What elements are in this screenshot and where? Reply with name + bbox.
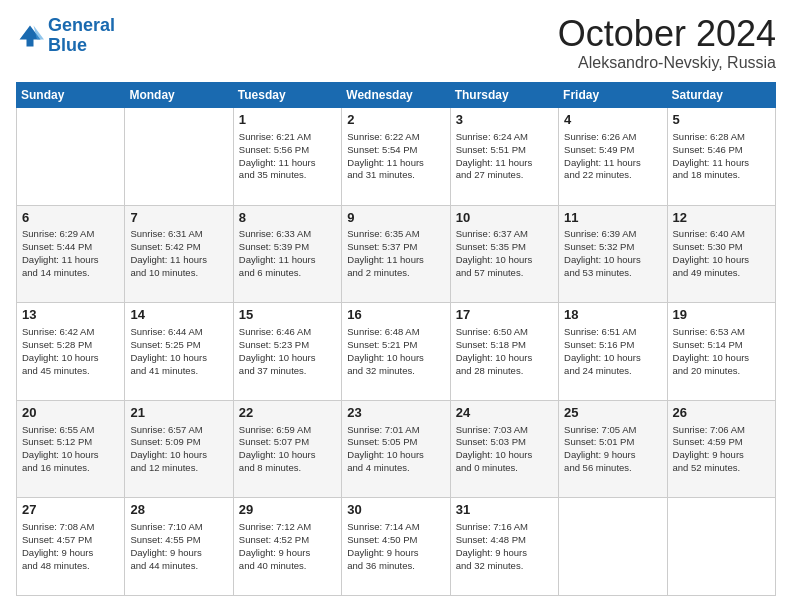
day-number: 30 [347,502,444,519]
logo-line2: Blue [48,35,87,55]
table-row: 24Sunrise: 7:03 AM Sunset: 5:03 PM Dayli… [450,400,558,498]
header-tuesday: Tuesday [233,83,341,108]
day-info: Sunrise: 6:53 AM Sunset: 5:14 PM Dayligh… [673,326,770,377]
logo-line1: General [48,15,115,35]
table-row: 25Sunrise: 7:05 AM Sunset: 5:01 PM Dayli… [559,400,667,498]
day-info: Sunrise: 6:33 AM Sunset: 5:39 PM Dayligh… [239,228,336,279]
day-info: Sunrise: 7:14 AM Sunset: 4:50 PM Dayligh… [347,521,444,572]
day-number: 27 [22,502,119,519]
header-saturday: Saturday [667,83,775,108]
day-info: Sunrise: 6:42 AM Sunset: 5:28 PM Dayligh… [22,326,119,377]
day-number: 6 [22,210,119,227]
day-info: Sunrise: 7:01 AM Sunset: 5:05 PM Dayligh… [347,424,444,475]
table-row: 3Sunrise: 6:24 AM Sunset: 5:51 PM Daylig… [450,108,558,206]
table-row: 9Sunrise: 6:35 AM Sunset: 5:37 PM Daylig… [342,205,450,303]
day-info: Sunrise: 6:26 AM Sunset: 5:49 PM Dayligh… [564,131,661,182]
table-row: 18Sunrise: 6:51 AM Sunset: 5:16 PM Dayli… [559,303,667,401]
table-row: 6Sunrise: 6:29 AM Sunset: 5:44 PM Daylig… [17,205,125,303]
day-number: 23 [347,405,444,422]
table-row: 7Sunrise: 6:31 AM Sunset: 5:42 PM Daylig… [125,205,233,303]
day-info: Sunrise: 6:57 AM Sunset: 5:09 PM Dayligh… [130,424,227,475]
day-info: Sunrise: 7:03 AM Sunset: 5:03 PM Dayligh… [456,424,553,475]
day-number: 17 [456,307,553,324]
calendar-week-row: 1Sunrise: 6:21 AM Sunset: 5:56 PM Daylig… [17,108,776,206]
day-info: Sunrise: 6:50 AM Sunset: 5:18 PM Dayligh… [456,326,553,377]
table-row: 8Sunrise: 6:33 AM Sunset: 5:39 PM Daylig… [233,205,341,303]
table-row: 1Sunrise: 6:21 AM Sunset: 5:56 PM Daylig… [233,108,341,206]
page: General Blue October 2024 Aleksandro-Nev… [0,0,792,612]
day-number: 31 [456,502,553,519]
day-number: 7 [130,210,227,227]
day-info: Sunrise: 6:37 AM Sunset: 5:35 PM Dayligh… [456,228,553,279]
day-number: 2 [347,112,444,129]
day-number: 16 [347,307,444,324]
day-number: 25 [564,405,661,422]
day-info: Sunrise: 6:21 AM Sunset: 5:56 PM Dayligh… [239,131,336,182]
calendar-week-row: 20Sunrise: 6:55 AM Sunset: 5:12 PM Dayli… [17,400,776,498]
location: Aleksandro-Nevskiy, Russia [558,54,776,72]
header-thursday: Thursday [450,83,558,108]
day-info: Sunrise: 7:10 AM Sunset: 4:55 PM Dayligh… [130,521,227,572]
calendar-week-row: 13Sunrise: 6:42 AM Sunset: 5:28 PM Dayli… [17,303,776,401]
day-info: Sunrise: 6:55 AM Sunset: 5:12 PM Dayligh… [22,424,119,475]
day-info: Sunrise: 6:29 AM Sunset: 5:44 PM Dayligh… [22,228,119,279]
logo-icon [16,22,44,50]
calendar-week-row: 6Sunrise: 6:29 AM Sunset: 5:44 PM Daylig… [17,205,776,303]
day-number: 1 [239,112,336,129]
table-row: 30Sunrise: 7:14 AM Sunset: 4:50 PM Dayli… [342,498,450,596]
day-number: 26 [673,405,770,422]
day-number: 14 [130,307,227,324]
day-number: 3 [456,112,553,129]
table-row: 5Sunrise: 6:28 AM Sunset: 5:46 PM Daylig… [667,108,775,206]
day-number: 4 [564,112,661,129]
table-row: 12Sunrise: 6:40 AM Sunset: 5:30 PM Dayli… [667,205,775,303]
day-number: 8 [239,210,336,227]
table-row: 29Sunrise: 7:12 AM Sunset: 4:52 PM Dayli… [233,498,341,596]
day-info: Sunrise: 6:46 AM Sunset: 5:23 PM Dayligh… [239,326,336,377]
day-info: Sunrise: 6:40 AM Sunset: 5:30 PM Dayligh… [673,228,770,279]
day-number: 21 [130,405,227,422]
table-row: 17Sunrise: 6:50 AM Sunset: 5:18 PM Dayli… [450,303,558,401]
day-number: 13 [22,307,119,324]
header-friday: Friday [559,83,667,108]
table-row: 23Sunrise: 7:01 AM Sunset: 5:05 PM Dayli… [342,400,450,498]
day-number: 18 [564,307,661,324]
table-row [125,108,233,206]
day-info: Sunrise: 6:22 AM Sunset: 5:54 PM Dayligh… [347,131,444,182]
day-info: Sunrise: 7:12 AM Sunset: 4:52 PM Dayligh… [239,521,336,572]
day-number: 28 [130,502,227,519]
day-number: 11 [564,210,661,227]
day-info: Sunrise: 6:24 AM Sunset: 5:51 PM Dayligh… [456,131,553,182]
table-row: 2Sunrise: 6:22 AM Sunset: 5:54 PM Daylig… [342,108,450,206]
table-row: 31Sunrise: 7:16 AM Sunset: 4:48 PM Dayli… [450,498,558,596]
table-row: 15Sunrise: 6:46 AM Sunset: 5:23 PM Dayli… [233,303,341,401]
day-info: Sunrise: 7:08 AM Sunset: 4:57 PM Dayligh… [22,521,119,572]
day-number: 5 [673,112,770,129]
day-info: Sunrise: 6:35 AM Sunset: 5:37 PM Dayligh… [347,228,444,279]
day-info: Sunrise: 6:48 AM Sunset: 5:21 PM Dayligh… [347,326,444,377]
day-info: Sunrise: 6:44 AM Sunset: 5:25 PM Dayligh… [130,326,227,377]
day-number: 20 [22,405,119,422]
day-number: 24 [456,405,553,422]
day-number: 10 [456,210,553,227]
table-row [667,498,775,596]
day-info: Sunrise: 7:06 AM Sunset: 4:59 PM Dayligh… [673,424,770,475]
table-row: 19Sunrise: 6:53 AM Sunset: 5:14 PM Dayli… [667,303,775,401]
calendar-week-row: 27Sunrise: 7:08 AM Sunset: 4:57 PM Dayli… [17,498,776,596]
header-sunday: Sunday [17,83,125,108]
day-number: 29 [239,502,336,519]
table-row: 4Sunrise: 6:26 AM Sunset: 5:49 PM Daylig… [559,108,667,206]
header-monday: Monday [125,83,233,108]
table-row: 13Sunrise: 6:42 AM Sunset: 5:28 PM Dayli… [17,303,125,401]
day-number: 12 [673,210,770,227]
table-row: 20Sunrise: 6:55 AM Sunset: 5:12 PM Dayli… [17,400,125,498]
day-info: Sunrise: 6:31 AM Sunset: 5:42 PM Dayligh… [130,228,227,279]
table-row: 27Sunrise: 7:08 AM Sunset: 4:57 PM Dayli… [17,498,125,596]
logo-text: General Blue [48,16,115,56]
day-info: Sunrise: 6:39 AM Sunset: 5:32 PM Dayligh… [564,228,661,279]
day-info: Sunrise: 7:05 AM Sunset: 5:01 PM Dayligh… [564,424,661,475]
day-number: 19 [673,307,770,324]
day-info: Sunrise: 6:51 AM Sunset: 5:16 PM Dayligh… [564,326,661,377]
table-row: 16Sunrise: 6:48 AM Sunset: 5:21 PM Dayli… [342,303,450,401]
day-info: Sunrise: 6:28 AM Sunset: 5:46 PM Dayligh… [673,131,770,182]
